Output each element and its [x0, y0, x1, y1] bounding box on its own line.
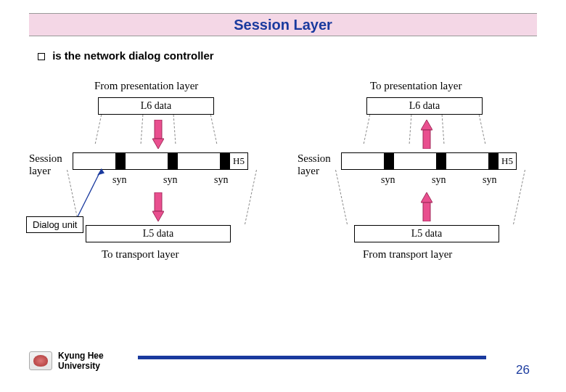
dashed-line — [364, 115, 371, 144]
data-segment — [125, 152, 168, 170]
syn-label: syn — [163, 174, 177, 186]
bullet-text: is the network dialog controller — [52, 49, 214, 62]
syn-marker — [437, 152, 446, 170]
l6-data-box-left: L6 data — [98, 97, 214, 115]
dashed-line — [173, 115, 176, 144]
dialog-unit-annotation: Dialog unit — [26, 216, 83, 233]
svg-rect-0 — [155, 120, 162, 139]
from-presentation-label: From presentation layer — [94, 80, 198, 92]
h5-header-box: H5 — [498, 152, 517, 170]
annotation-connector-line — [73, 156, 109, 225]
dashed-line — [513, 170, 525, 224]
syn-marker — [385, 152, 393, 170]
syn-marker — [221, 152, 229, 170]
data-segment — [177, 152, 221, 170]
university-logo-icon — [29, 351, 52, 370]
arrow-down-icon — [152, 120, 164, 149]
svg-rect-2 — [155, 192, 162, 211]
syn-label: syn — [432, 174, 446, 186]
diagram-right-receive: To presentation layer L6 data Session la… — [298, 80, 537, 298]
svg-marker-3 — [152, 211, 164, 221]
syn-label: syn — [112, 174, 126, 186]
dashed-line — [141, 115, 144, 144]
slide-footer: Kyung Hee University 26 — [29, 351, 537, 380]
title-bar: Session Layer — [29, 13, 537, 36]
syn-label: syn — [381, 174, 395, 186]
university-name: Kyung Hee University — [58, 351, 104, 372]
syn-marker — [489, 152, 498, 170]
dashed-line — [95, 115, 102, 144]
dashed-line — [409, 115, 412, 144]
dashed-line — [210, 115, 218, 144]
to-transport-label: To transport layer — [102, 248, 179, 261]
arrow-up-icon — [421, 192, 432, 221]
from-transport-label: From transport layer — [363, 248, 452, 261]
dashed-line — [335, 170, 348, 224]
data-segment — [446, 152, 489, 170]
session-layer-label-left: Session layer — [29, 152, 62, 176]
svg-rect-7 — [423, 203, 430, 221]
to-presentation-label: To presentation layer — [370, 80, 462, 92]
h5-header-box: H5 — [229, 152, 248, 170]
bullet-icon — [38, 53, 45, 60]
syn-marker — [168, 152, 177, 170]
page-number: 26 — [516, 363, 530, 377]
arrow-down-icon — [152, 192, 164, 221]
h5-segment-row-right: H5 — [341, 152, 530, 170]
dashed-line — [442, 115, 445, 144]
data-segment — [393, 152, 437, 170]
dashed-line — [479, 115, 486, 144]
l5-data-box-left: L5 data — [86, 225, 231, 242]
syn-label: syn — [483, 174, 496, 186]
syn-marker — [116, 152, 125, 170]
bullet-line: is the network dialog controller — [38, 49, 214, 62]
arrow-up-icon — [421, 120, 432, 149]
l5-data-box-right: L5 data — [354, 225, 499, 242]
data-segment — [341, 152, 385, 170]
session-layer-label-right: Session layer — [298, 152, 331, 176]
svg-rect-5 — [423, 130, 430, 149]
dashed-line — [245, 170, 257, 224]
svg-marker-6 — [421, 192, 432, 203]
diagram-left-send: From presentation layer L6 data Session … — [29, 80, 268, 298]
syn-label: syn — [214, 174, 228, 186]
page-title: Session Layer — [234, 17, 332, 33]
footer-divider-bar — [138, 356, 486, 359]
l6-data-box-right: L6 data — [366, 97, 483, 115]
svg-marker-4 — [421, 120, 432, 130]
svg-marker-1 — [152, 139, 164, 149]
